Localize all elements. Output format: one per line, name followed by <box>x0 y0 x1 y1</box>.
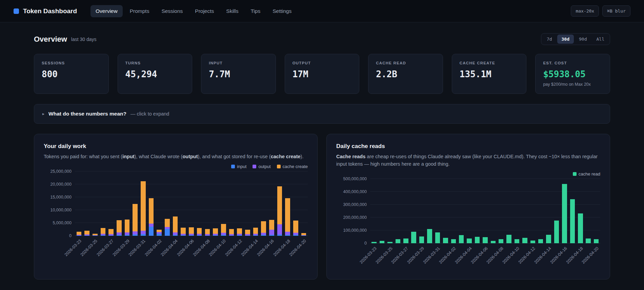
bar-segment-cache-read <box>586 239 591 243</box>
bar-segment-input <box>84 235 89 236</box>
range-option-7d[interactable]: 7d <box>542 35 557 44</box>
nav-item-sessions[interactable]: Sessions <box>156 5 188 17</box>
stat-value: 2.2B <box>376 69 435 79</box>
bar-2026-04-14 <box>253 171 258 236</box>
y-tick-label: 300,000,000 <box>343 202 367 207</box>
stat-card-cache-read: CACHE READ2.2B <box>368 54 443 94</box>
badge--b-blur[interactable]: ⌘B blur <box>602 5 630 17</box>
header-badges: max-20x⌘B blur <box>571 5 630 17</box>
bar-slot <box>243 171 251 236</box>
x-tick-label: 2026-03-25 <box>80 239 98 257</box>
x-tick-label: 2026-04-08 <box>192 239 211 257</box>
bar-2026-04-13 <box>245 171 250 236</box>
bar-slot <box>212 171 220 236</box>
bar-segment-cache-read <box>578 213 583 243</box>
x-tick-label: 2026-04-04 <box>160 239 179 257</box>
bar-slot <box>497 179 505 243</box>
bar-2026-03-24 <box>84 171 89 236</box>
bar-2026-03-26 <box>396 179 401 243</box>
nav-item-overview[interactable]: Overview <box>90 5 123 17</box>
legend-item-input: input <box>231 164 246 169</box>
legend-item-output: output <box>253 164 270 169</box>
bar-segment-cache-read <box>506 235 511 243</box>
bar-slot <box>513 179 521 243</box>
bar-segment-cache-create <box>157 230 162 232</box>
badge-max-20x[interactable]: max-20x <box>571 5 599 17</box>
bar-segment-cache-read <box>411 232 416 243</box>
stat-note: pay $200/mo on Max 20x <box>543 82 602 87</box>
bar-segment-cache-read <box>387 242 393 243</box>
stat-label: EST. COST <box>543 61 602 65</box>
bar-segment-input <box>141 234 146 236</box>
bar-segment-output <box>133 231 138 234</box>
bar-slot <box>394 179 402 243</box>
stat-card-turns: TURNS45,294 <box>118 54 193 94</box>
bar-slot <box>276 171 284 236</box>
bar-segment-cache-create <box>77 232 82 235</box>
bar-segment-output <box>261 233 266 235</box>
bar-segment-cache-read <box>491 241 496 243</box>
bar-2026-04-19 <box>586 179 591 243</box>
stats-grid: SESSIONS800TURNS45,294INPUT7.7MOUTPUT17M… <box>34 54 610 94</box>
bar-2026-04-17 <box>277 171 282 236</box>
bar-2026-04-10 <box>221 171 226 236</box>
bar-segment-output <box>285 232 290 235</box>
range-option-30d[interactable]: 30d <box>557 35 574 44</box>
nav-item-settings[interactable]: Settings <box>267 5 297 17</box>
page-title: Overview <box>34 35 67 44</box>
x-tick-label: 2026-03-31 <box>422 246 441 265</box>
bar-slot <box>123 171 131 236</box>
nav-item-skills[interactable]: Skills <box>221 5 243 17</box>
bar-2026-04-03 <box>165 171 170 236</box>
bar-2026-04-02 <box>157 171 162 236</box>
bar-slot <box>203 171 212 236</box>
bar-slot <box>465 179 473 243</box>
bar-segment-output <box>125 232 130 235</box>
bar-2026-04-12 <box>530 179 536 243</box>
nav-item-tips[interactable]: Tips <box>245 5 265 17</box>
legend-label: output <box>258 164 270 169</box>
stat-label: INPUT <box>209 61 268 65</box>
bar-slot <box>521 179 529 243</box>
panel-cache-reads: Daily cache reads Cache reads are cheap … <box>326 134 610 279</box>
bar-segment-cache-read <box>538 239 543 243</box>
bar-slot <box>251 171 260 236</box>
explainer-expander[interactable]: ▸ What do these numbers mean? — click to… <box>34 104 610 124</box>
x-tick-label: 2026-04-04 <box>454 246 472 265</box>
x-tick-label: 2026-04-12 <box>518 246 536 265</box>
bar-slot <box>139 171 147 236</box>
bar-slot <box>489 179 497 243</box>
bar-2026-03-25 <box>93 171 98 236</box>
y-tick-label: 0 <box>364 241 367 246</box>
bar-slot <box>577 179 584 243</box>
bar-2026-04-18 <box>285 171 290 236</box>
bar-segment-cache-create <box>277 186 282 224</box>
bar-slot <box>179 171 187 236</box>
bar-2026-04-02 <box>451 179 456 243</box>
bar-segment-input <box>269 235 274 235</box>
bar-segment-cache-read <box>467 239 472 243</box>
bar-slot <box>418 179 425 243</box>
bar-2026-04-19 <box>293 171 298 236</box>
bar-slot <box>442 179 449 243</box>
stat-value: $5938.05 <box>543 69 602 79</box>
bar-2026-04-10 <box>515 179 520 243</box>
stat-value: 17M <box>293 69 352 79</box>
bar-segment-input <box>181 235 186 236</box>
bar-segment-cache-create <box>269 220 274 230</box>
bar-segment-cache-create <box>173 216 178 232</box>
nav-item-prompts[interactable]: Prompts <box>125 5 155 17</box>
nav-item-projects[interactable]: Projects <box>190 5 219 17</box>
bar-slot <box>592 179 600 243</box>
bar-segment-cache-read <box>594 239 599 243</box>
bar-slot <box>268 171 276 236</box>
x-tick-label: 2026-04-06 <box>176 239 195 257</box>
bar-2026-04-08 <box>205 171 210 236</box>
legend-label: cache create <box>283 164 308 169</box>
range-option-90d[interactable]: 90d <box>575 35 591 44</box>
range-option-all[interactable]: All <box>592 35 609 44</box>
panel-title: Your daily work <box>44 143 308 150</box>
legend-item-cache-read: cache read <box>573 171 600 177</box>
bar-segment-input <box>117 235 122 235</box>
bar-slot <box>370 179 378 243</box>
